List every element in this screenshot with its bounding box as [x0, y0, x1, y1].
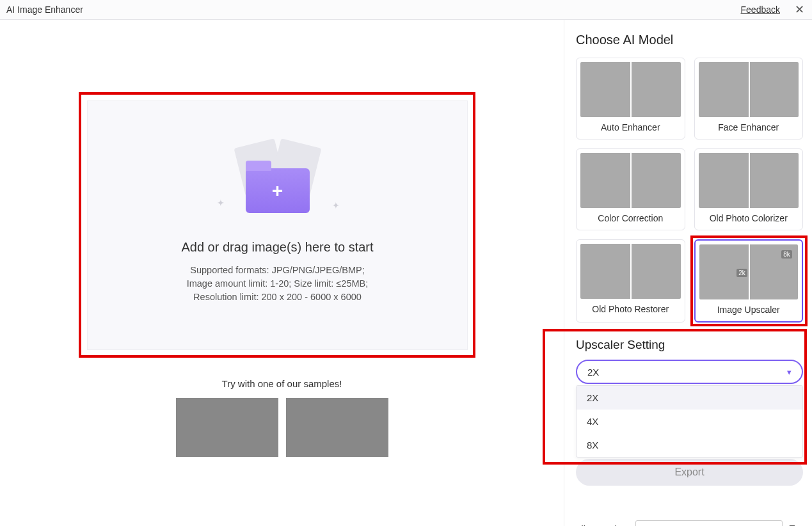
model-face-enhancer[interactable]: Face Enhancer: [694, 58, 804, 139]
file-location-select[interactable]: C:\Wondershare UniConv: [635, 520, 783, 526]
dropzone-resolution: Resolution limit: 200 x 200 - 6000 x 600…: [181, 291, 373, 304]
file-location-row: File Location: C:\Wondershare UniConv: [576, 520, 803, 526]
model-thumb-upscale: 2k 8k: [699, 244, 799, 299]
model-thumb-face: [699, 62, 799, 117]
model-old-photo-colorizer[interactable]: Old Photo Colorizer: [694, 148, 804, 230]
right-panel: Choose AI Model Auto Enhancer Face Enhan…: [564, 20, 812, 526]
tag-8k: 8k: [781, 250, 792, 259]
model-label: Face Enhancer: [699, 122, 799, 132]
model-image-upscaler[interactable]: 2k 8k Image Upscaler: [694, 239, 804, 323]
model-label: Auto Enhancer: [580, 122, 681, 132]
dropzone-formats: Supported formats: JPG/PNG/JPEG/BMP;: [181, 264, 373, 277]
export-button[interactable]: Export: [576, 459, 803, 486]
upscaler-select-value: 2X: [587, 367, 599, 378]
folder-icon[interactable]: [789, 523, 803, 526]
model-thumb-auto: [580, 62, 681, 117]
titlebar: AI Image Enhancer Feedback ✕: [0, 0, 812, 20]
model-grid: Auto Enhancer Face Enhancer Color Correc…: [576, 58, 803, 323]
left-panel: + ✦ ✦ Add or drag image(s) here to start…: [0, 20, 564, 526]
model-old-photo-restorer[interactable]: Old Photo Restorer: [576, 239, 685, 323]
chevron-down-icon: ▾: [787, 367, 792, 377]
model-label: Old Photo Restorer: [580, 304, 681, 314]
dropzone-heading: Add or drag image(s) here to start: [181, 240, 373, 255]
image-dropzone[interactable]: + ✦ ✦ Add or drag image(s) here to start…: [87, 100, 468, 350]
model-auto-enhancer[interactable]: Auto Enhancer: [576, 58, 685, 139]
model-color-correction[interactable]: Color Correction: [576, 148, 685, 230]
model-thumb-color: [580, 153, 681, 208]
model-label: Image Upscaler: [699, 305, 799, 315]
model-label: Color Correction: [580, 213, 681, 223]
add-folder-icon: +: [246, 168, 310, 213]
upscaler-heading: Upscaler Setting: [576, 338, 803, 352]
samples-label: Try with one of our samples!: [0, 378, 564, 389]
tag-2k: 2k: [736, 269, 747, 277]
upscaler-option-8x[interactable]: 8X: [577, 433, 802, 457]
upscaler-options: 2X 4X 8X: [576, 385, 803, 458]
sample-thumb-2[interactable]: [286, 398, 388, 457]
model-label: Old Photo Colorizer: [699, 213, 799, 223]
choose-model-heading: Choose AI Model: [576, 33, 803, 47]
app-title: AI Image Enhancer: [6, 4, 83, 15]
upscaler-select[interactable]: 2X ▾: [576, 360, 803, 384]
dropzone-illustration: + ✦ ✦: [223, 143, 332, 213]
samples-section: Try with one of our samples!: [0, 378, 564, 457]
model-thumb-restore: [580, 244, 681, 299]
close-icon[interactable]: ✕: [793, 3, 806, 17]
upscaler-setting-block: Upscaler Setting 2X ▾ 2X 4X 8X: [576, 338, 803, 458]
upscaler-option-2x[interactable]: 2X: [577, 386, 802, 410]
sample-thumb-1[interactable]: [176, 398, 278, 457]
upscaler-option-4x[interactable]: 4X: [577, 410, 802, 433]
feedback-link[interactable]: Feedback: [741, 4, 780, 15]
dropzone-limits: Image amount limit: 1-20; Size limit: ≤2…: [181, 277, 373, 291]
model-thumb-oldcolor: [699, 153, 799, 208]
